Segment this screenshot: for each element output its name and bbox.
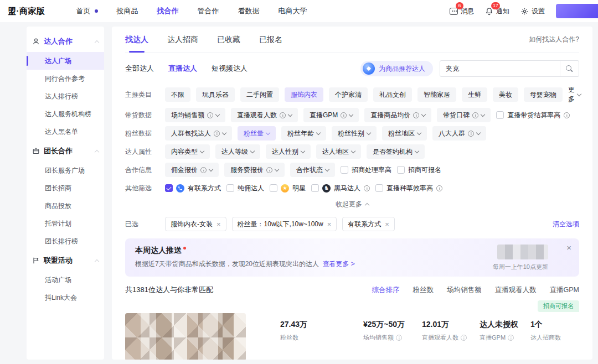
shop-avatar[interactable] bbox=[556, 4, 598, 18]
chevron-up-icon bbox=[95, 259, 99, 263]
category-chip-unlimited[interactable]: 不限 bbox=[165, 87, 190, 102]
tab-find-influencer[interactable]: 找达人 bbox=[125, 27, 148, 53]
sidebar-header-alliance-activity[interactable]: 联盟活动 bbox=[27, 250, 104, 271]
filter-commission-quote-dropdown[interactable]: 佣金报价 bbox=[165, 163, 219, 177]
tab-influencer-recruit[interactable]: 达人招商 bbox=[167, 27, 198, 53]
filter-fan-count-dropdown[interactable]: 粉丝量 bbox=[238, 126, 276, 141]
messages-button[interactable]: 消息 6 bbox=[450, 7, 474, 16]
sort-live-viewers[interactable]: 直播观看人数 bbox=[495, 285, 537, 295]
filter-fan-age-dropdown[interactable]: 粉丝年龄 bbox=[281, 126, 326, 141]
category-chip-gifts[interactable]: 礼品文创 bbox=[373, 87, 412, 102]
info-icon bbox=[214, 131, 220, 137]
category-chip-toys[interactable]: 玩具乐器 bbox=[196, 87, 235, 102]
help-link[interactable]: 如何找达人合作? bbox=[529, 35, 579, 44]
filter-audience-pack-dropdown[interactable]: 人群包找达人 bbox=[165, 126, 232, 141]
sidebar-header-influencer-coop[interactable]: 达人合作 bbox=[27, 31, 104, 52]
filter-has-contact-checkbox[interactable]: 有联系方式 bbox=[165, 184, 221, 193]
filter-reputation-dropdown[interactable]: 带货口碑 bbox=[437, 108, 491, 122]
category-chip-personal-care[interactable]: 个护家清 bbox=[329, 87, 368, 102]
filter-settlement-rate-checkbox[interactable]: 直播带货结算率高 bbox=[496, 111, 570, 120]
more-categories-button[interactable]: 更多 bbox=[568, 85, 581, 104]
sidebar-item-doulink-conference[interactable]: 抖Link大会 bbox=[27, 289, 104, 306]
filter-service-fee-dropdown[interactable]: 服务费报价 bbox=[224, 163, 285, 177]
sidebar: 达人合作 达人广场 同行合作参考 达人排行榜 达人服务机构榜 达人黑名单 团长合… bbox=[27, 27, 104, 360]
sidebar-item-captain-recruit[interactable]: 团长招商 bbox=[27, 179, 104, 197]
sort-avg-sales[interactable]: 场均销售额 bbox=[447, 285, 482, 295]
sidebar-item-captain-ranking[interactable]: 团长排行榜 bbox=[27, 232, 104, 250]
sidebar-item-product-placement[interactable]: 商品投放 bbox=[27, 197, 104, 215]
sort-comprehensive[interactable]: 综合排序 bbox=[372, 285, 400, 295]
filter-recruit-open-checkbox[interactable]: 招商可报名 bbox=[397, 165, 441, 175]
filter-fan-region-dropdown[interactable]: 粉丝地区 bbox=[382, 126, 427, 141]
chevron-down-icon bbox=[476, 130, 481, 134]
notifications-button[interactable]: 通知 17 bbox=[485, 7, 509, 16]
sidebar-item-blacklist[interactable]: 达人黑名单 bbox=[27, 123, 104, 141]
sidebar-header-captain-coop[interactable]: 团长合作 bbox=[27, 141, 104, 162]
star-icon: ★ bbox=[281, 184, 289, 193]
filter-row-cooperation: 合作信息 佣金报价 服务费报价 合作状态 招商处理率高 招商可报名 bbox=[125, 163, 579, 177]
info-icon bbox=[461, 335, 467, 341]
filter-row-fans-data: 粉丝数据 人群包找达人 粉丝量 粉丝年龄 粉丝性别 粉丝地区 八大人群 bbox=[125, 126, 579, 141]
category-chip-smart-home[interactable]: 智能家居 bbox=[417, 87, 456, 102]
filter-celebrity-checkbox[interactable]: ★明星 bbox=[270, 184, 306, 193]
filter-avg-price-dropdown[interactable]: 直播商品均价 bbox=[364, 108, 431, 122]
filter-influencer-gender-dropdown[interactable]: 达人性别 bbox=[266, 144, 311, 159]
subtab-video-influencers[interactable]: 短视频达人 bbox=[212, 64, 248, 74]
notification-count-badge: 17 bbox=[491, 2, 500, 9]
category-chip-fresh[interactable]: 生鲜 bbox=[462, 87, 487, 102]
close-icon[interactable]: × bbox=[216, 220, 221, 228]
filter-influencer-region-dropdown[interactable]: 达人地区 bbox=[316, 144, 361, 159]
filter-live-gpm-dropdown[interactable]: 直播GPM bbox=[303, 108, 359, 122]
filter-eight-groups-dropdown[interactable]: 八大人群 bbox=[432, 126, 486, 141]
filter-fan-gender-dropdown[interactable]: 粉丝性别 bbox=[332, 126, 377, 141]
sort-fan-count[interactable]: 粉丝数 bbox=[413, 285, 434, 295]
sort-live-gpm[interactable]: 直播GPM bbox=[550, 285, 579, 295]
filter-dark-horse-checkbox[interactable]: ♞黑马达人 bbox=[311, 184, 370, 193]
filter-seeding-efficiency-checkbox[interactable]: 直播种草效率高 bbox=[375, 184, 442, 193]
info-icon bbox=[413, 112, 419, 118]
sidebar-item-captain-square[interactable]: 团长服务广场 bbox=[27, 162, 104, 179]
blurred-influencer-avatar bbox=[125, 313, 246, 360]
filter-signed-agency-dropdown[interactable]: 是否签约机构 bbox=[367, 144, 425, 159]
subtab-live-influencers[interactable]: 直播达人 bbox=[168, 64, 197, 74]
sidebar-item-influencer-ranking[interactable]: 达人排行榜 bbox=[27, 87, 104, 105]
filter-coop-status-dropdown[interactable]: 合作状态 bbox=[290, 163, 335, 177]
sidebar-item-agency-ranking[interactable]: 达人服务机构榜 bbox=[27, 105, 104, 123]
nav-home[interactable]: 首页 bbox=[76, 6, 98, 16]
category-chip-beauty[interactable]: 美妆 bbox=[493, 87, 518, 102]
filter-recruit-response-checkbox[interactable]: 招商处理率高 bbox=[341, 165, 391, 175]
gear-icon bbox=[520, 7, 529, 15]
nav-ecommerce-academy[interactable]: 电商大学 bbox=[279, 6, 307, 16]
tab-applied[interactable]: 已报名 bbox=[259, 27, 282, 53]
filter-influencer-level-dropdown[interactable]: 达人等级 bbox=[215, 144, 260, 159]
collapse-filters-button[interactable]: 收起更多 bbox=[125, 200, 579, 209]
see-more-link[interactable]: 查看更多 > bbox=[322, 260, 354, 268]
sidebar-item-activity-square[interactable]: 活动广场 bbox=[27, 271, 104, 289]
tab-favorites[interactable]: 已收藏 bbox=[217, 27, 240, 53]
subtab-all-influencers[interactable]: 全部达人 bbox=[125, 64, 154, 74]
nav-find-cooperation[interactable]: 找合作 bbox=[157, 6, 179, 16]
filter-live-viewers-dropdown[interactable]: 直播观看人数 bbox=[231, 108, 298, 122]
sidebar-item-trusteeship-plan[interactable]: 托管计划 bbox=[27, 215, 104, 232]
sidebar-item-peer-reference[interactable]: 同行合作参考 bbox=[27, 70, 104, 87]
close-icon[interactable]: × bbox=[385, 220, 389, 228]
main-nav: 首页 投商品 找合作 管合作 看数据 电商大学 bbox=[76, 6, 307, 16]
category-chip-secondhand[interactable]: 二手闲置 bbox=[240, 87, 279, 102]
clear-filters-button[interactable]: 清空选项 bbox=[553, 220, 579, 229]
settings-button[interactable]: 设置 bbox=[520, 7, 545, 16]
nav-manage-cooperation[interactable]: 管合作 bbox=[198, 6, 219, 16]
sidebar-item-influencer-square[interactable]: 达人广场 bbox=[27, 52, 104, 70]
nav-view-data[interactable]: 看数据 bbox=[238, 6, 260, 16]
category-chip-apparel[interactable]: 服饰内衣 bbox=[285, 87, 323, 102]
filter-avg-sales-dropdown[interactable]: 场均销售额 bbox=[165, 108, 225, 122]
category-chip-mother-baby[interactable]: 母婴宠物 bbox=[524, 87, 563, 102]
recommend-influencer-button[interactable]: 为商品推荐达人 bbox=[360, 61, 433, 76]
filter-content-type-dropdown[interactable]: 内容类型 bbox=[165, 144, 210, 159]
filter-commission-only-checkbox[interactable]: 纯佣达人 bbox=[226, 184, 264, 193]
close-icon[interactable]: × bbox=[327, 220, 332, 228]
search-button[interactable] bbox=[560, 61, 579, 76]
search-input[interactable] bbox=[440, 65, 560, 72]
nav-products[interactable]: 投商品 bbox=[117, 6, 138, 16]
influencer-card[interactable]: 招商可报名 27.43万 粉丝数 ¥25万~50万 场均销售额 12.01万 直… bbox=[125, 300, 579, 360]
banner-close-icon[interactable]: × bbox=[566, 243, 571, 252]
